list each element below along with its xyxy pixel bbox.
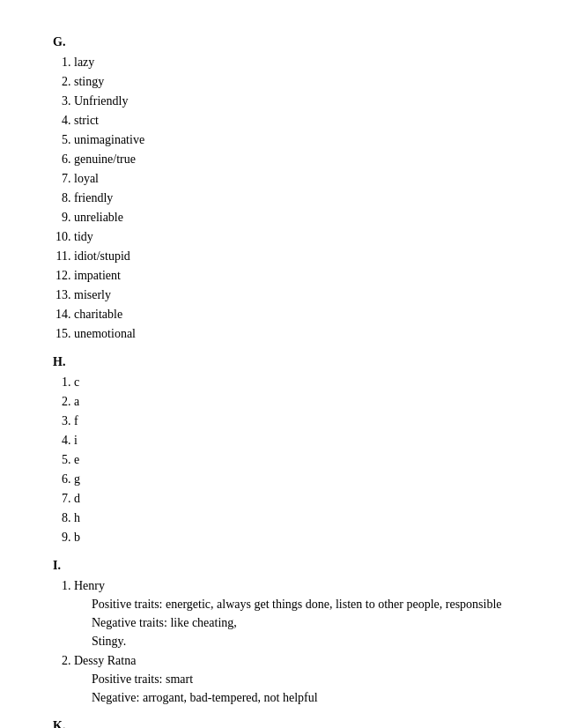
person-dessy-details: Positive traits: smart Negative: arrogan… — [92, 670, 509, 707]
list-item: unreliable — [74, 208, 509, 227]
section-k: K. Accept any possible answer e.g. Rudi … — [53, 719, 509, 728]
list-item: f — [74, 412, 509, 430]
list-item: tidy — [74, 227, 509, 246]
list-item: lazy — [74, 53, 509, 71]
list-item: e — [74, 450, 509, 469]
list-item: a — [74, 392, 509, 411]
henry-negative: Negative traits: like cheating, — [92, 613, 509, 632]
henry-extra: Stingy. — [92, 632, 509, 650]
person-entry-henry: Henry Positive traits: energetic, always… — [74, 576, 509, 650]
person-name: Dessy Ratna — [74, 654, 136, 667]
section-h-heading: H. — [53, 355, 509, 369]
section-g-heading: G. — [53, 35, 509, 49]
dessy-positive: Positive traits: smart — [92, 670, 509, 688]
list-item: stingy — [74, 72, 509, 91]
list-item: b — [74, 528, 509, 546]
list-item: friendly — [74, 189, 509, 207]
list-item: i — [74, 431, 509, 449]
section-i-list: Henry Positive traits: energetic, always… — [74, 576, 509, 707]
section-g: G. lazy stingy Unfriendly strict unimagi… — [53, 35, 509, 343]
section-k-heading: K. — [53, 719, 509, 728]
list-item: c — [74, 373, 509, 391]
list-item: impatient — [74, 266, 509, 285]
section-h-list: c a f i e g d h b — [74, 373, 509, 546]
dessy-negative: Negative: arrogant, bad-tempered, not he… — [92, 688, 509, 707]
section-h: H. c a f i e g d h b — [53, 355, 509, 546]
section-i-heading: I. — [53, 559, 509, 573]
list-item: unimaginative — [74, 130, 509, 149]
section-g-list: lazy stingy Unfriendly strict unimaginat… — [74, 53, 509, 343]
list-item: miserly — [74, 286, 509, 304]
section-i: I. Henry Positive traits: energetic, alw… — [53, 559, 509, 707]
list-item: h — [74, 509, 509, 527]
list-item: genuine/true — [74, 150, 509, 168]
list-item: g — [74, 470, 509, 488]
list-item: unemotional — [74, 324, 509, 343]
list-item: idiot/stupid — [74, 247, 509, 265]
list-item: d — [74, 489, 509, 508]
henry-positive: Positive traits: energetic, always get t… — [92, 595, 509, 613]
list-item: Unfriendly — [74, 92, 509, 110]
person-entry-dessy: Dessy Ratna Positive traits: smart Negat… — [74, 651, 509, 707]
list-item: loyal — [74, 169, 509, 188]
list-item: strict — [74, 111, 509, 130]
person-henry-details: Positive traits: energetic, always get t… — [92, 595, 509, 650]
person-name: Henry — [74, 579, 105, 592]
list-item: charitable — [74, 305, 509, 323]
